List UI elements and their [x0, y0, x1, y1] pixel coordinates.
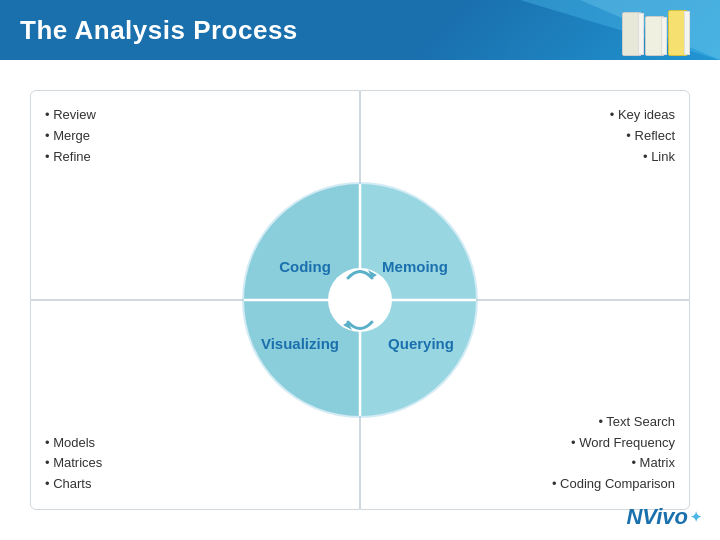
main-content: Review Merge Refine Key ideas Reflect Li… [0, 60, 720, 540]
bullet-refine: Refine [45, 147, 345, 168]
book-1 [622, 12, 642, 56]
circle-diagram: Coding Memoing Visualizing Querying [230, 170, 490, 430]
bullet-matrices: Matrices [45, 453, 102, 474]
bullet-text-search: Text Search [552, 412, 675, 433]
circle-label-memoing: Memoing [360, 258, 470, 275]
top-right-bullets: Key ideas Reflect Link [375, 105, 675, 167]
header: The Analysis Process [0, 0, 720, 60]
circle-label-querying: Querying [366, 335, 476, 352]
top-left-bullets: Review Merge Refine [45, 105, 345, 167]
bullet-coding-comp: Coding Comparison [552, 474, 675, 495]
bullet-matrix: Matrix [552, 453, 675, 474]
bullet-key-ideas: Key ideas [375, 105, 675, 126]
bottom-left-bullets: Models Matrices Charts [45, 433, 102, 495]
bullet-merge: Merge [45, 126, 345, 147]
page-title: The Analysis Process [20, 15, 298, 46]
circle-label-coding: Coding [250, 258, 360, 275]
svg-point-3 [328, 268, 392, 332]
circle-label-visualizing: Visualizing [240, 335, 360, 352]
bullet-models: Models [45, 433, 102, 454]
nvivo-text: NVivo [626, 504, 688, 530]
book-3 [668, 10, 688, 56]
bullet-review: Review [45, 105, 345, 126]
circle-svg [230, 170, 490, 430]
header-books [622, 4, 712, 56]
nvivo-logo: NVivo ✦ [626, 504, 702, 530]
bottom-right-bullets: Text Search Word Frequency Matrix Coding… [552, 412, 675, 495]
bullet-reflect: Reflect [375, 126, 675, 147]
nvivo-plus-icon: ✦ [690, 509, 702, 525]
bullet-link: Link [375, 147, 675, 168]
book-2 [645, 16, 665, 56]
bullet-word-freq: Word Frequency [552, 433, 675, 454]
bullet-charts: Charts [45, 474, 102, 495]
